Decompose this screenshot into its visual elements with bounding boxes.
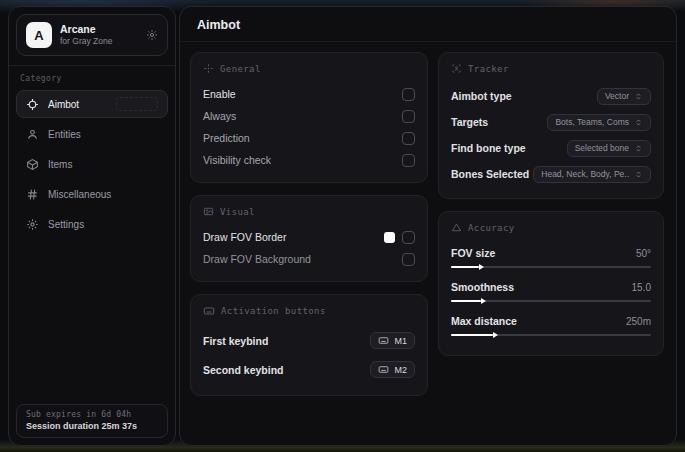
accuracy-card: Accuracy FOV size 50° Smoothness 15.0: [438, 211, 664, 356]
card-title: General: [220, 64, 261, 74]
sidebar-item-label: Aimbot: [48, 99, 79, 110]
ghost-keybind-hint: [116, 97, 158, 111]
image-icon: [203, 206, 214, 217]
brand-logo: A: [26, 22, 52, 48]
slider-value: 250m: [626, 316, 651, 327]
sidebar-item-settings[interactable]: Settings: [16, 211, 168, 238]
fov-size-slider[interactable]: [451, 266, 651, 268]
triangle-icon: [451, 222, 462, 233]
bones-selected-select[interactable]: Head, Neck, Body, Pe..: [533, 166, 651, 183]
draw-fov-border-checkbox[interactable]: [402, 231, 415, 244]
row-label: Always: [203, 110, 236, 122]
slider-fill[interactable]: [451, 266, 479, 268]
sidebar-item-label: Entities: [48, 129, 81, 140]
slider-fill[interactable]: [451, 300, 481, 302]
max-distance-row: Max distance 250m: [451, 310, 651, 344]
row-label: Targets: [451, 116, 488, 128]
row-label: Find bone type: [451, 142, 526, 154]
aimbot-type-select[interactable]: Vector: [597, 88, 651, 105]
prediction-row: Prediction: [203, 127, 415, 149]
sidebar-item-miscellaneous[interactable]: Miscellaneous: [16, 181, 168, 208]
visibility-check-checkbox[interactable]: [402, 154, 415, 167]
enable-checkbox[interactable]: [402, 88, 415, 101]
draw-fov-background-row: Draw FOV Background: [203, 248, 415, 270]
second-keybind-row: Second keybind M2: [203, 355, 415, 384]
smoothness-slider[interactable]: [451, 300, 651, 302]
gear-icon: [26, 218, 39, 231]
targets-row: Targets Bots, Teams, Coms: [451, 109, 651, 135]
chevrons-up-down-icon: [634, 170, 643, 179]
row-label: Second keybind: [203, 364, 284, 376]
sidebar-nav: Aimbot Entities Items Miscellaneous S: [16, 90, 168, 238]
scan-person-icon: [451, 63, 462, 74]
subscription-footer: Sub expires in 6d 04h Session duration 2…: [16, 404, 168, 438]
slider-value: 15.0: [632, 282, 651, 293]
sidebar-item-label: Items: [48, 159, 72, 170]
bones-selected-row: Bones Selected Head, Neck, Body, Pe..: [451, 161, 651, 187]
crosshair-icon: [203, 63, 214, 74]
draw-fov-border-row: Draw FOV Border: [203, 226, 415, 248]
select-value: Head, Neck, Body, Pe..: [541, 169, 629, 179]
brand-name: Arcane: [60, 23, 138, 36]
card-title: Visual: [220, 207, 255, 217]
general-card-header: General: [203, 63, 415, 74]
slider-fill[interactable]: [451, 334, 493, 336]
brand-subtitle: for Gray Zone: [60, 36, 138, 47]
card-title: Tracker: [468, 64, 509, 74]
aimbot-type-row: Aimbot type Vector: [451, 83, 651, 109]
sidebar: A Arcane for Gray Zone Category Aimbot E…: [8, 6, 176, 446]
activation-card-header: Activation buttons: [203, 305, 415, 317]
row-label: Smoothness: [451, 281, 514, 293]
row-label: Visibility check: [203, 154, 271, 166]
row-label: Draw FOV Border: [203, 231, 286, 243]
card-title: Accuracy: [468, 223, 515, 233]
tracker-card-header: Tracker: [451, 63, 651, 74]
session-duration-text: Session duration 25m 37s: [26, 421, 158, 431]
fov-border-color-swatch[interactable]: [384, 232, 395, 243]
person-icon: [26, 128, 39, 141]
max-distance-slider[interactable]: [451, 334, 651, 336]
hash-icon: [26, 188, 39, 201]
enable-row: Enable: [203, 83, 415, 105]
row-label: Aimbot type: [451, 90, 512, 102]
second-keybind-button[interactable]: M2: [370, 361, 415, 378]
prediction-checkbox[interactable]: [402, 132, 415, 145]
keybind-value: M1: [394, 336, 407, 346]
row-label: Max distance: [451, 315, 517, 327]
targets-select[interactable]: Bots, Teams, Coms: [547, 114, 651, 131]
sub-expires-text: Sub expires in 6d 04h: [26, 410, 158, 419]
sidebar-item-aimbot[interactable]: Aimbot: [16, 90, 168, 118]
sidebar-item-label: Settings: [48, 219, 84, 230]
brand-text: Arcane for Gray Zone: [60, 23, 138, 47]
sidebar-divider: [9, 65, 175, 66]
slider-value: 50°: [636, 248, 651, 259]
find-bone-type-select[interactable]: Selected bone: [567, 140, 651, 157]
brand-card: A Arcane for Gray Zone: [16, 14, 168, 56]
select-value: Selected bone: [575, 143, 629, 153]
accuracy-card-header: Accuracy: [451, 222, 651, 233]
sidebar-item-label: Miscellaneous: [48, 189, 111, 200]
keyboard-icon: [203, 305, 215, 317]
select-value: Bots, Teams, Coms: [555, 117, 629, 127]
settings-gear-icon[interactable]: [146, 29, 158, 41]
fov-size-row: FOV size 50°: [451, 242, 651, 276]
activation-buttons-card: Activation buttons First keybind M1 Seco…: [190, 294, 428, 396]
row-label: Prediction: [203, 132, 250, 144]
always-row: Always: [203, 105, 415, 127]
sidebar-item-items[interactable]: Items: [16, 151, 168, 178]
chevrons-up-down-icon: [634, 118, 643, 127]
row-label: Bones Selected: [451, 168, 529, 180]
draw-fov-background-checkbox[interactable]: [402, 253, 415, 266]
always-checkbox[interactable]: [402, 110, 415, 123]
keyboard-icon: [378, 335, 389, 346]
keybind-value: M2: [394, 365, 407, 375]
row-label: Draw FOV Background: [203, 253, 311, 265]
card-title: Activation buttons: [221, 306, 326, 316]
main-header: Aimbot: [180, 7, 676, 42]
main-panel: Aimbot General Enable Always: [179, 6, 677, 446]
first-keybind-row: First keybind M1: [203, 326, 415, 355]
keyboard-icon: [378, 364, 389, 375]
first-keybind-button[interactable]: M1: [370, 332, 415, 349]
sidebar-item-entities[interactable]: Entities: [16, 121, 168, 148]
chevrons-up-down-icon: [634, 144, 643, 153]
